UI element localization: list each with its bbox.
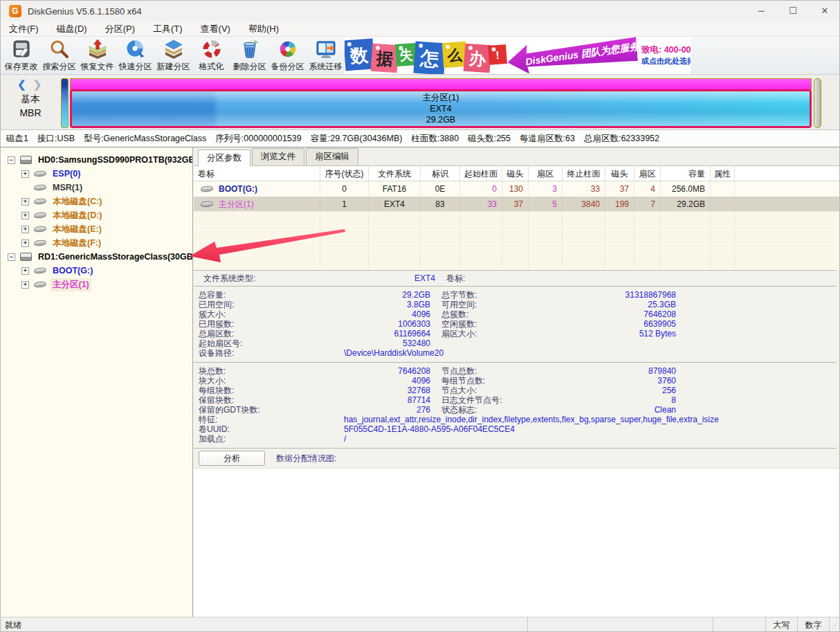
column-header-磁头[interactable]: 磁头 <box>605 166 634 181</box>
next-disk-arrow-icon[interactable]: ❯ <box>33 78 42 90</box>
banner-arrow-shape: DiskGenius 团队为您服务 <box>506 37 639 74</box>
free-space-sliver[interactable] <box>814 78 821 128</box>
table-row-主分区(1)[interactable]: 主分区(1)1EXT483333753840199729.2GB <box>194 197 840 212</box>
empty-cell <box>502 212 529 226</box>
tree-item-本地磁盘(F:)[interactable]: +本地磁盘(F:) <box>1 236 192 250</box>
column-header-序号(状态)[interactable]: 序号(状态) <box>320 166 369 181</box>
toolbar-button-恢复文件[interactable]: 恢复文件 <box>78 37 116 75</box>
empty-cell <box>529 241 563 255</box>
empty-cell <box>711 255 735 269</box>
tab-浏览文件[interactable]: 浏览文件 <box>252 148 304 165</box>
tree-expand-plus-icon[interactable]: + <box>21 240 29 247</box>
info-label: 特征: <box>199 415 344 424</box>
info-label: 可用空间: <box>441 300 531 309</box>
close-button[interactable]: ✕ <box>809 1 840 21</box>
tree-expand-plus-icon[interactable]: + <box>21 170 29 178</box>
toolbar-button-保存更改[interactable]: 保存更改 <box>2 37 40 75</box>
menu-item[interactable]: 查看(V) <box>201 23 230 35</box>
tree-expand-minus-icon[interactable]: − <box>8 253 15 261</box>
partition-icon <box>34 240 47 246</box>
tree-item-RD1:GenericMassStorageClass(30GB)[interactable]: −RD1:GenericMassStorageClass(30GB) <box>1 250 192 264</box>
toolbar-button-备份分区[interactable]: 备份分区 <box>268 37 307 75</box>
info-row: 已用空间:3.8GB可用空间:25.3GB <box>194 300 840 309</box>
minimize-button[interactable]: ─ <box>745 1 777 21</box>
analyze-button[interactable]: 分析 <box>199 451 265 466</box>
toolbar-button-删除分区[interactable]: 删除分区 <box>230 37 268 75</box>
table-empty-row <box>194 241 840 255</box>
info-value: 6639905 <box>531 319 676 329</box>
disk-icon <box>20 253 32 261</box>
column-header-扇区[interactable]: 扇区 <box>634 166 661 181</box>
banner-qq-link[interactable]: 或点击此处选择QQ咨询 <box>641 56 691 66</box>
empty-cell <box>194 241 320 255</box>
info-value: / <box>344 434 840 444</box>
menu-item[interactable]: 文件(F) <box>9 23 39 35</box>
tree-expand-plus-icon[interactable]: + <box>21 281 29 289</box>
empty-cell <box>460 226 502 240</box>
column-header-起始柱面[interactable]: 起始柱面 <box>460 166 502 181</box>
tree-item-本地磁盘(E:)[interactable]: +本地磁盘(E:) <box>1 222 192 236</box>
backup-partition-icon <box>277 39 298 60</box>
column-header-扇区[interactable]: 扇区 <box>529 166 563 181</box>
info-value: 5F055C4D-1E1A-4880-A595-A06F04EC5CE4 <box>344 424 840 434</box>
tree-expand-minus-icon[interactable]: − <box>8 156 15 164</box>
info-value: 7646208 <box>344 366 430 376</box>
tree-item-MSR(1)[interactable]: MSR(1) <box>1 181 192 195</box>
column-header-卷标[interactable]: 卷标 <box>194 166 320 181</box>
menu-item[interactable]: 分区(P) <box>105 23 135 35</box>
resize-grip[interactable]: ⋰ <box>830 617 840 632</box>
table-cell: 4 <box>634 181 661 196</box>
column-header-文件系统[interactable]: 文件系统 <box>369 166 421 181</box>
promo-banner[interactable]: 数据失怎么办! DiskGenius 团队为您服务 致电: 400-008-99… <box>345 37 691 74</box>
toolbar-button-label: 快速分区 <box>119 61 152 73</box>
toolbar-button-搜索分区[interactable]: 搜索分区 <box>40 37 78 75</box>
empty-cell <box>735 212 840 226</box>
toolbar-button-快速分区[interactable]: 快速分区 <box>116 37 154 75</box>
column-header-磁头[interactable]: 磁头 <box>502 166 529 181</box>
tree-item-本地磁盘(C:)[interactable]: +本地磁盘(C:) <box>1 195 192 208</box>
menu-item[interactable]: 帮助(H) <box>248 23 279 35</box>
info-label: 日志文件节点号: <box>441 395 531 405</box>
boot-partition-sliver[interactable] <box>61 78 69 128</box>
column-header-标识[interactable]: 标识 <box>421 166 460 181</box>
table-row-BOOT(G:)[interactable]: BOOT(G:)0FAT160E0130333374256.0MB <box>194 181 840 197</box>
maximize-button[interactable]: ☐ <box>777 1 809 21</box>
tab-分区参数[interactable]: 分区参数 <box>198 150 250 166</box>
column-header-属性[interactable]: 属性 <box>711 166 735 181</box>
column-header-容量[interactable]: 容量 <box>661 166 711 181</box>
tree-expand-plus-icon[interactable]: + <box>21 267 29 275</box>
tree-expand-plus-icon[interactable]: + <box>21 226 29 233</box>
prev-disk-arrow-icon[interactable]: ❮ <box>17 78 26 90</box>
main-partition-block[interactable]: 主分区(1) EXT4 29.2GB <box>70 89 812 128</box>
tree-item-本地磁盘(D:)[interactable]: +本地磁盘(D:) <box>1 208 192 222</box>
tree-item-HD0:SamsungSSD990PRO1TB(932GB[interactable]: −HD0:SamsungSSD990PRO1TB(932GB <box>1 153 192 167</box>
partition-icon <box>34 281 47 288</box>
banner-phone: 致电: 400-008-9958 <box>641 44 691 56</box>
tree-expand-plus-icon[interactable]: + <box>21 212 29 219</box>
empty-cell <box>563 255 605 269</box>
disk-info-segment: 型号:GenericMassStorageClass <box>84 133 206 145</box>
tree-item-label: RD1:GenericMassStorageClass(30GB) <box>36 251 193 262</box>
column-header-终止柱面[interactable]: 终止柱面 <box>563 166 605 181</box>
partition-icon <box>201 201 214 208</box>
toolbar-button-格式化[interactable]: 格式化 <box>192 37 230 75</box>
tree-item-ESP(0)[interactable]: +ESP(0) <box>1 167 192 181</box>
tab-扇区编辑[interactable]: 扇区编辑 <box>306 148 358 165</box>
fs-type-row: 文件系统类型:EXT4卷标: <box>194 271 840 286</box>
tree-item-主分区(1)[interactable]: +主分区(1) <box>1 278 192 291</box>
tree-expand-plus-icon[interactable]: + <box>21 198 29 206</box>
volume-label: 主分区(1) <box>219 197 254 211</box>
empty-cell <box>320 255 369 269</box>
empty-cell <box>529 226 563 240</box>
tree-item-BOOT(G:)[interactable]: +BOOT(G:) <box>1 264 192 278</box>
toolbar-button-新建分区[interactable]: 新建分区 <box>154 37 192 75</box>
fs-type-info-row: 文件系统类型:EXT4卷标: <box>199 271 681 285</box>
selected-partition-strip[interactable] <box>70 78 812 90</box>
volume-cell: 主分区(1) <box>194 197 320 211</box>
tree-item-label: 本地磁盘(F:) <box>51 237 103 250</box>
menu-item[interactable]: 工具(T) <box>153 23 183 35</box>
table-cell: 29.2GB <box>661 197 711 211</box>
toolbar-button-系统迁移[interactable]: 系统迁移 <box>307 37 345 75</box>
menu-item[interactable]: 磁盘(D) <box>57 23 87 35</box>
table-cell: EXT4 <box>369 197 421 211</box>
